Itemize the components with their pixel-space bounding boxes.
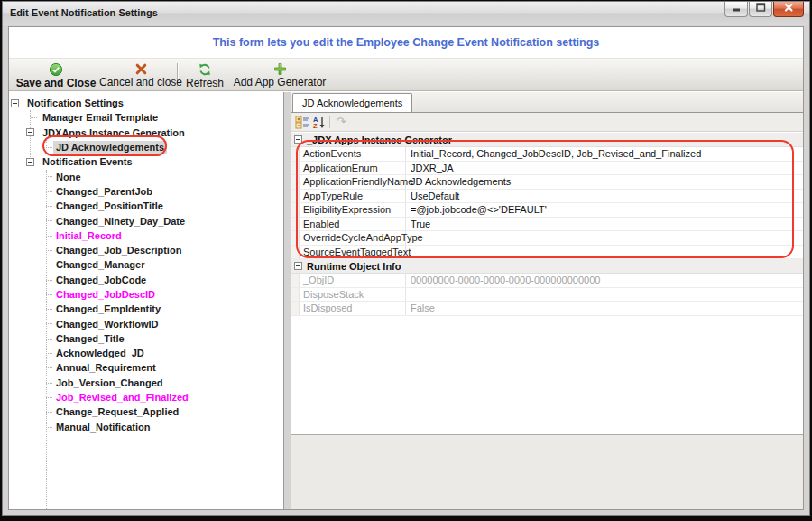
property-name: SourceEventTaggedText (300, 246, 406, 259)
property-name: ApplicationEnum (300, 162, 406, 175)
tree-item-changed-title[interactable]: Changed_Title (9, 331, 283, 346)
tree-branch-connector (46, 206, 52, 207)
property-section-title: Runtime Object Info (307, 261, 401, 272)
tree-item-notification-events[interactable]: Notification Events (9, 154, 283, 169)
tree-item-acknowledged-jd[interactable]: Acknowledged_JD (9, 346, 283, 360)
tree-item-label: Changed_JobCode (53, 274, 149, 286)
maximize-button[interactable] (749, 2, 772, 17)
property-value[interactable]: Initial_Record, Changed_JobDescID, Job_R… (406, 147, 803, 161)
property-row-disposestack[interactable]: DisposeStack (291, 288, 803, 302)
property-section-header-jdx-apps-instance-generator[interactable]: _JDX Apps Instance Generator (291, 133, 803, 147)
tree-item-changed-job-description[interactable]: Changed_Job_Description (9, 243, 283, 257)
collapse-minus-icon[interactable] (11, 99, 19, 107)
tree-branch-connector (46, 309, 52, 310)
tree-item-changed-workflowid[interactable]: Changed_WorkflowID (9, 316, 283, 330)
tree-panel: Notification SettingsManager Email Templ… (9, 92, 284, 509)
tree-item-changed-empidentity[interactable]: Changed_EmpIdentity (9, 302, 283, 316)
property-name: Enabled (300, 218, 406, 231)
tree-branch-connector (46, 220, 52, 221)
check-circle-icon (49, 62, 63, 77)
tree-item-label: Notification Events (40, 155, 135, 168)
property-row-sourceeventtaggedtext[interactable]: SourceEventTaggedText (291, 246, 803, 260)
property-row-objid[interactable]: _ObjID00000000-0000-0000-0000-0000000000… (291, 274, 803, 288)
property-value[interactable]: JDXR_JA (406, 162, 803, 175)
tree-item-annual-requirement[interactable]: Annual_Requirement (9, 360, 283, 375)
toolbar-button-add-app-generator[interactable]: Add App Generator (227, 60, 332, 89)
tree-item-manual-notification[interactable]: Manual_Notification (9, 420, 283, 434)
property-row-eligibilityexpression[interactable]: EligibilityExpression=@job.jobcode@<>'DE… (291, 203, 803, 218)
tree-item-label: Changed_Title (53, 332, 127, 345)
property-name: ActionEvents (300, 147, 406, 161)
property-value[interactable]: UseDefault (406, 190, 803, 203)
collapse-minus-icon[interactable] (26, 128, 34, 136)
tree-item-changed-jobdescid[interactable]: Changed_JobDescID (9, 287, 283, 302)
tree-item-change-request-applied[interactable]: Change_Request_Applied (9, 405, 283, 419)
tab-jd-acknowledgements[interactable]: JD Acknowledgements (292, 93, 412, 112)
tree-item-job-revised-and-finalized[interactable]: Job_Revised_and_Finalized (9, 390, 283, 405)
tree-item-label: Changed_WorkflowID (53, 318, 161, 330)
property-name: IsDisposed (300, 302, 406, 315)
tree-item-label: Acknowledged_JD (53, 347, 147, 359)
collapse-minus-icon[interactable] (294, 262, 302, 270)
tree-branch-connector (46, 280, 52, 281)
property-value[interactable] (406, 231, 803, 245)
collapse-minus-icon[interactable] (294, 135, 302, 144)
property-section-header-runtime-object-info[interactable]: Runtime Object Info (291, 259, 803, 274)
tree-item-label: Changed_EmpIdentity (53, 302, 163, 315)
property-name: EligibilityExpression (300, 203, 406, 217)
property-row-isdisposed[interactable]: IsDisposedFalse (291, 302, 803, 316)
tree-branch-connector (46, 412, 52, 413)
collapse-minus-icon[interactable] (26, 158, 34, 166)
property-row-apptyperule[interactable]: AppTypeRuleUseDefault (291, 190, 803, 204)
tree-item-changed-ninety-day-date[interactable]: Changed_Ninety_Day_Date (9, 213, 283, 228)
property-row-overridecycleandapptype[interactable]: OverrideCycleAndAppType (291, 231, 803, 246)
categorized-icon[interactable] (294, 115, 310, 129)
close-button[interactable] (773, 2, 804, 17)
property-row-actionevents[interactable]: ActionEventsInitial_Record, Changed_JobD… (291, 147, 803, 162)
sort-az-icon[interactable]: A Z (310, 115, 327, 129)
tree-item-label: Changed_Ninety_Day_Date (53, 215, 188, 228)
property-value[interactable]: =@job.jobcode@<>'DEFAULT' (406, 203, 803, 217)
tree-item-changed-parentjob[interactable]: Changed_ParentJob (9, 184, 283, 199)
toolbar-button-refresh[interactable]: Refresh (180, 60, 229, 89)
tree-item-manager-email-template[interactable]: Manager Email Template (9, 110, 283, 125)
toolbar-button-save-and-close[interactable]: Save and Close (14, 60, 97, 89)
tree-item-label: Change_Request_Applied (53, 405, 181, 418)
toolbar-button-label: Save and Close (16, 77, 97, 89)
tree-item-changed-positiontitle[interactable]: Changed_PositionTitle (9, 199, 283, 213)
tree-item-label: Manager Email Template (40, 111, 161, 124)
tree-item-label: Job_Revised_and_Finalized (53, 391, 191, 404)
property-grid: _JDX Apps Instance GeneratorActionEvents… (291, 133, 803, 433)
detail-panel: JD Acknowledgements (291, 92, 803, 509)
tree-item-job-version-changed[interactable]: Job_Version_Changed (9, 376, 283, 390)
tree-item-label: JDXApps Instance Generation (40, 126, 188, 139)
property-row-applicationenum[interactable]: ApplicationEnumJDXR_JA (291, 162, 803, 176)
property-value[interactable]: True (406, 218, 803, 231)
property-row-enabled[interactable]: EnabledTrue (291, 218, 803, 232)
tree-item-none[interactable]: None (9, 169, 283, 183)
tree-item-label: Changed_JobDescID (53, 288, 158, 301)
tree-item-changed-manager[interactable]: Changed_Manager (9, 257, 283, 272)
property-value[interactable] (406, 246, 803, 259)
property-value[interactable]: JD Acknowledgements (406, 175, 803, 189)
toolbar-button-cancel-and-close[interactable]: Cancel and close (99, 60, 182, 89)
minimize-button[interactable] (724, 2, 748, 17)
tab-label: JD Acknowledgements (302, 98, 402, 108)
property-name: DisposeStack (300, 288, 406, 302)
tree-branch-connector (46, 383, 52, 384)
undo-icon: ↶ (333, 115, 349, 129)
property-name: AppTypeRule (300, 190, 406, 203)
tree-branch-connector (46, 265, 52, 265)
property-row-applicationfriendlyname[interactable]: ApplicationFriendlyNameJD Acknowledgemen… (291, 175, 803, 190)
property-value: False (406, 302, 803, 315)
tree-item-jd-acknowledgements[interactable]: JD Acknowledgements (9, 140, 283, 154)
tree-item-notification-settings[interactable]: Notification Settings (9, 96, 283, 110)
tree-item-changed-jobcode[interactable]: Changed_JobCode (9, 273, 283, 287)
property-row-indent (291, 218, 300, 231)
tree-branch-connector (46, 339, 52, 340)
property-value (406, 288, 803, 302)
tree-item-initial-record[interactable]: Initial_Record (9, 228, 283, 243)
title-bar[interactable]: Edit Event Notification Settings (3, 2, 809, 25)
tree-item-label: Changed_Manager (53, 258, 147, 271)
tree-item-jdxapps-instance-generation[interactable]: JDXApps Instance Generation (9, 126, 283, 140)
